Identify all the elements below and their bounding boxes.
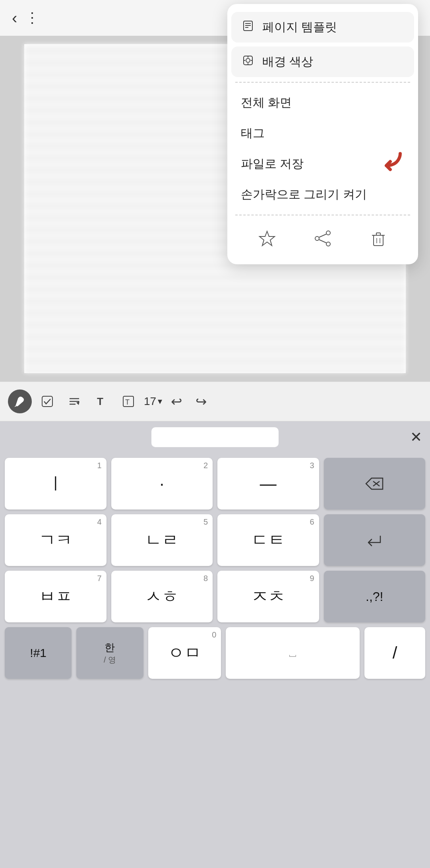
svg-rect-23 [42,396,52,407]
svg-text:T: T [125,398,130,406]
menu-divider-1 [235,82,410,83]
keyboard-area: ✕ 1 ㅣ 2 · 3 — [0,421,430,868]
svg-line-14 [319,234,326,237]
draw-finger-label: 손가락으로 그리기 켜기 [241,186,367,203]
lang-switch-key[interactable]: 한 / 영 [76,627,143,679]
key-dt[interactable]: 6 ㄷㅌ [217,514,319,566]
text-box-button[interactable]: T [117,391,140,411]
key-bp[interactable]: 7 ㅂㅍ [5,571,107,622]
page-template-icon [241,20,255,34]
key-nr[interactable]: 5 ㄴㄹ [111,514,213,566]
draw-finger-button[interactable]: 손가락으로 그리기 켜기 [231,179,414,210]
keyboard-row-2: 4 ㄱㅋ 5 ㄴㄹ 6 ㄷㅌ [5,514,425,566]
svg-point-13 [326,242,330,246]
font-size-label: 17 [144,395,156,408]
page-template-label: 페이지 템플릿 [262,19,337,35]
num-symbol-key[interactable]: !#1 [5,627,72,679]
tag-button[interactable]: 태그 [231,118,414,149]
keyboard-top-bar: ✕ [0,421,430,453]
svg-text:T: T [97,395,103,407]
svg-line-15 [319,240,326,243]
space-key[interactable]: ⎵ [226,627,360,679]
check-button[interactable] [36,391,59,411]
pen-tool-button[interactable] [8,389,32,413]
bg-color-icon [241,55,255,69]
menu-divider-2 [235,215,410,215]
fullscreen-button[interactable]: 전체 화면 [231,87,414,118]
key-jc[interactable]: 9 ㅈㅊ [217,571,319,622]
svg-rect-16 [374,235,383,246]
text-T-button[interactable]: T [90,391,113,411]
page-template-button[interactable]: 페이지 템플릿 [231,12,414,43]
key-sh[interactable]: 8 ㅅㅎ [111,571,213,622]
keyboard-row-4: !#1 한 / 영 0 ㅇㅁ ⎵ / [5,627,425,679]
keyboard-rows: 1 ㅣ 2 · 3 — 4 ㄱㅋ [0,453,430,684]
text-lines-button[interactable] [63,391,86,411]
toolbar: T T 17 ▾ ↩ ↪ [0,382,430,421]
font-size-selector[interactable]: 17 ▾ [144,395,162,408]
save-file-label: 파일로 저장 [241,156,304,172]
svg-point-5 [246,58,250,62]
key-gk[interactable]: 4 ㄱㅋ [5,514,107,566]
undo-button[interactable]: ↩ [166,390,187,413]
star-button[interactable] [250,226,284,255]
fullscreen-label: 전체 화면 [241,95,292,111]
more-button[interactable]: ⋮ [25,10,39,26]
svg-point-11 [326,231,330,235]
enter-key[interactable] [324,514,426,566]
save-file-button[interactable]: 파일로 저장 [231,149,414,179]
keyboard-row-3: 7 ㅂㅍ 8 ㅅㅎ 9 ㅈㅊ .,?! [5,571,425,622]
key-om[interactable]: 0 ㅇㅁ [148,627,221,679]
share-button[interactable] [306,226,339,255]
dropdown-menu: 페이지 템플릿 배경 색상 전체 화면 태그 파일로 저장 [227,4,418,264]
punctuation-key[interactable]: .,?! [324,571,426,622]
redo-button[interactable]: ↪ [191,390,211,413]
menu-icon-row [231,220,414,256]
svg-point-12 [315,236,319,240]
key-3[interactable]: 3 — [217,458,319,510]
keyboard-search-box[interactable] [151,427,279,447]
svg-marker-27 [76,401,79,405]
keyboard-row-1: 1 ㅣ 2 · 3 — [5,458,425,510]
trash-button[interactable] [362,226,395,255]
font-size-chevron: ▾ [158,396,162,407]
key-1[interactable]: 1 ㅣ [5,458,107,510]
back-button[interactable]: ‹ [12,10,17,26]
key-2[interactable]: 2 · [111,458,213,510]
keyboard-close-button[interactable]: ✕ [410,429,422,446]
save-arrow-icon [374,149,402,178]
slash-key[interactable]: / [364,627,425,679]
tag-label: 태그 [241,125,265,141]
svg-marker-10 [260,231,275,246]
bg-color-button[interactable]: 배경 색상 [231,46,414,77]
backspace-key[interactable] [324,458,426,510]
bg-color-label: 배경 색상 [262,54,313,70]
